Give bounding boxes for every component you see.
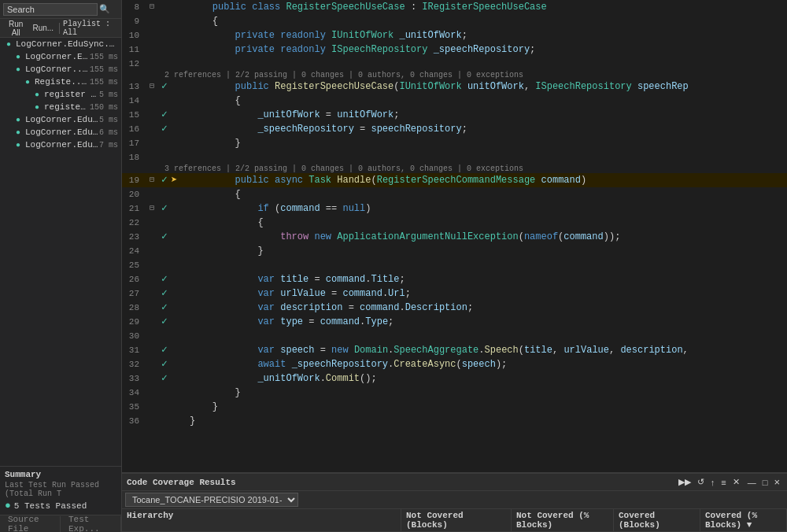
collapse-gutter[interactable]: ⊟ (146, 201, 158, 216)
line-number: 16 (122, 122, 146, 136)
test-time: 150 ms (90, 103, 118, 112)
test-time: 155 ms (90, 53, 118, 61)
col-not-covered-pct: Not Covered (% Blocks) (512, 509, 614, 531)
code-area[interactable]: 8 ⊟ public class RegisterSpeechUseCase :… (122, 0, 787, 472)
tab-test-exp[interactable]: Test Exp... (61, 516, 121, 532)
code-line-10: 10 private readonly IUnitOfWork _unitOfW… (122, 28, 787, 42)
coverage-toolbar2: Tocane_TOCANE-PRECISIO 2019-01-01 20_1 (122, 491, 787, 509)
pass-circle-icon: ● (5, 500, 11, 512)
code-line-9: 9 { (122, 14, 787, 28)
coverage-gutter: ✓ (158, 173, 171, 187)
test-name: Registe... (2) (35, 77, 90, 87)
coverage-run-btn[interactable]: ▶▶ (676, 476, 693, 488)
line-number: 11 (122, 42, 146, 57)
summary-panel: Summary Last Test Run Passed (Total Run … (0, 466, 121, 515)
run-button[interactable]: Run... (30, 23, 56, 33)
collapse-gutter[interactable]: ⊟ (146, 0, 158, 14)
search-input[interactable] (3, 3, 98, 16)
code-content: private readonly IUnitOfWork _unitOfWork… (187, 28, 787, 42)
coverage-export-btn[interactable]: ✕ (730, 476, 742, 488)
code-line-33: 33 ✓ _unitOfWork.Commit(); (122, 371, 787, 386)
code-content: var description = command.Description; (187, 301, 787, 315)
run-all-button[interactable]: Run All (3, 19, 28, 38)
coverage-gutter: ✓ (158, 357, 171, 371)
code-line-13: 13 ⊟ ✓ public RegisterSpeechUseCase(IUni… (122, 79, 787, 94)
code-content (187, 150, 787, 164)
ref-info-line: 2 references | 2/2 passing | 0 changes |… (122, 71, 787, 79)
code-line-29: 29 ✓ var type = command.Type; (122, 315, 787, 329)
line-number: 17 (122, 136, 146, 150)
coverage-refresh-btn[interactable]: ↺ (695, 476, 707, 488)
line-number: 28 (122, 301, 146, 315)
test-toolbar: Run All Run... Playlist : All (0, 19, 121, 38)
collapse-gutter[interactable]: ⊟ (146, 79, 158, 94)
coverage-list-btn[interactable]: ≡ (719, 477, 728, 488)
line-number: 22 (122, 216, 146, 230)
window-minimize-btn[interactable]: — (745, 475, 759, 489)
code-content: private readonly ISpeechRepository _spee… (187, 42, 787, 57)
pass-icon: ● (22, 76, 33, 87)
coverage-dropdown[interactable]: Tocane_TOCANE-PRECISIO 2019-01-01 20_1 (125, 493, 298, 507)
line-number: 21 (122, 201, 146, 216)
code-line-34: 34 } (122, 386, 787, 400)
bottom-tabs: Source File Test Exp... (0, 515, 121, 532)
search-bar: 🔍 (0, 0, 121, 19)
coverage-gutter: ✓ (158, 286, 171, 301)
code-content: var title = command.Title; (187, 272, 787, 286)
code-line-32: 32 ✓ await _speechRepository.CreateAsync… (122, 357, 787, 371)
code-line-36: 36 } (122, 414, 787, 428)
test-item[interactable]: ● Registe... (2) 155 ms (0, 76, 121, 88)
code-content: _speechRepository = speechRepository; (187, 122, 787, 136)
test-time: 7 ms (99, 141, 118, 150)
coverage-gutter: ✓ (158, 343, 171, 357)
code-content: _unitOfWork.Commit(); (187, 371, 787, 386)
code-content: if (command == null) (187, 201, 787, 216)
pass-icon: ● (3, 39, 14, 50)
test-item[interactable]: ● LogCorner.Edu... (1) 5 ms (0, 113, 121, 126)
line-number: 19 (122, 173, 146, 187)
code-line-22: 22 { (122, 216, 787, 230)
test-item[interactable]: ● LogCorner.Edu... (2) 155 ms (0, 50, 121, 63)
test-name: register sp... (44, 90, 99, 99)
code-content: var type = command.Type; (187, 315, 787, 329)
test-list: ● LogCorner.EduSync.Dor ● LogCorner.Edu.… (0, 38, 121, 466)
code-line-31: 31 ✓ var speech = new Domain.SpeechAggre… (122, 343, 787, 357)
line-number: 32 (122, 357, 146, 371)
window-close-btn[interactable]: × (771, 475, 782, 489)
test-name: LogCorner.EduSync.Dor (16, 39, 118, 49)
line-number: 24 (122, 244, 146, 258)
coverage-gutter: ✓ (158, 315, 171, 329)
test-item[interactable]: ● register... 150 ms (0, 101, 121, 113)
test-item[interactable]: ● LogCorner... (2) 155 ms (0, 63, 121, 76)
test-item[interactable]: ● LogCorner.EduSync.Dor (0, 38, 121, 50)
tab-source[interactable]: Source File (0, 516, 61, 532)
code-line-23: 23 ✓ throw new ApplicationArgumentNullEx… (122, 230, 787, 244)
coverage-gutter: ✓ (158, 272, 171, 286)
coverage-table-header: Hierarchy Not Covered (Blocks) Not Cover… (122, 509, 787, 532)
line-number: 29 (122, 315, 146, 329)
code-content: await _speechRepository.CreateAsync(spee… (187, 357, 787, 371)
test-name: LogCorner... (2) (25, 65, 90, 74)
line-number: 23 (122, 230, 146, 244)
line-number: 12 (122, 57, 146, 71)
test-item[interactable]: ● LogCorner.Edu... (1) 7 ms (0, 139, 121, 151)
code-content: public async Task Handle(RegisterSpeechC… (187, 173, 787, 187)
coverage-up-btn[interactable]: ↑ (708, 477, 718, 488)
window-maximize-btn[interactable]: □ (760, 475, 770, 489)
code-line-30: 30 (122, 329, 787, 343)
pass-icon: ● (31, 89, 42, 100)
test-name: register... (44, 102, 90, 112)
collapse-gutter[interactable]: ⊟ (146, 173, 158, 187)
line-number: 8 (122, 0, 146, 14)
col-covered-pct[interactable]: Covered (% Blocks) ▼ (700, 509, 787, 531)
test-item[interactable]: ● register sp... 5 ms (0, 88, 121, 101)
code-line-26: 26 ✓ var title = command.Title; (122, 272, 787, 286)
test-item[interactable]: ● LogCorner.Edu... (1) 6 ms (0, 126, 121, 139)
code-content: throw new ApplicationArgumentNullExcepti… (187, 230, 787, 244)
code-content: _unitOfWork = unitOfWork; (187, 108, 787, 122)
coverage-table: Hierarchy Not Covered (Blocks) Not Cover… (122, 509, 787, 532)
pass-icon: ● (13, 114, 24, 125)
test-name: LogCorner.Edu... (1) (25, 140, 99, 150)
tests-passed: ● 5 Tests Passed (5, 500, 116, 512)
code-line-28: 28 ✓ var description = command.Descripti… (122, 301, 787, 315)
